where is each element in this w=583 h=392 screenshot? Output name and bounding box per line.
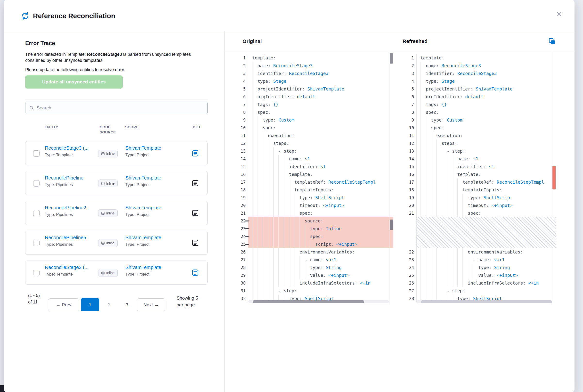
line-number: 19: [403, 194, 417, 202]
column-header-scope: SCOPE: [125, 124, 138, 130]
row-checkbox[interactable]: [33, 150, 39, 157]
code-line: 4type: Stage: [403, 78, 556, 85]
horizontal-scrollbar-thumb[interactable]: [253, 300, 364, 303]
file-diff-icon[interactable]: [191, 179, 199, 188]
inline-source-icon: [101, 152, 105, 156]
scope-link[interactable]: ShivamTemplate: [125, 265, 161, 270]
code-line: 11execution:: [403, 132, 556, 140]
table-row: ReconcilePipelineType: PipelinesInlineSh…: [25, 171, 208, 195]
line-number: 23: [403, 256, 417, 264]
entity-rows: ReconcileStage3 (...Type: TemplateInline…: [25, 141, 208, 290]
entity-type: Type: Pipelines: [45, 242, 86, 247]
line-number: 22: [234, 217, 248, 225]
code-line: 14name: s1: [234, 155, 393, 163]
vertical-scrollbar-thumb[interactable]: [390, 53, 393, 64]
row-checkbox[interactable]: [33, 180, 39, 186]
line-number: 32: [234, 295, 248, 302]
file-diff-icon[interactable]: [191, 209, 199, 217]
line-number: 9: [403, 116, 417, 124]
code-line: 26includeInfraSelectors: <+in: [403, 279, 556, 287]
code-line: 28type: String: [234, 264, 393, 272]
prev-page-button[interactable]: ← Prev: [48, 298, 79, 311]
close-icon[interactable]: [555, 10, 563, 18]
entity-type: Type: Template: [45, 152, 88, 158]
scope-link[interactable]: ShivamTemplate: [125, 145, 161, 151]
line-number: 1: [234, 54, 248, 62]
entity-type: Type: Template: [45, 272, 88, 277]
code-line: 12steps:: [403, 140, 556, 147]
code-source-badge: Inline: [98, 209, 118, 217]
code-line: 21spec:: [403, 209, 556, 217]
line-number: 2: [234, 62, 248, 70]
copy-icon[interactable]: [548, 38, 556, 45]
code-line: 17templateRef: ReconcileStepTempl: [234, 178, 393, 186]
code-source-label: Inline: [106, 182, 115, 185]
file-diff-icon[interactable]: [191, 150, 199, 158]
line-number: 21: [234, 209, 248, 217]
line-number: 15: [403, 163, 417, 170]
code-line: 14name: s1: [403, 155, 556, 163]
line-number: 14: [403, 155, 417, 163]
code-line: 18templateInputs:: [403, 186, 556, 194]
column-header-code-source: CODE SOURCE: [100, 124, 118, 135]
modal-title: Reference Reconciliation: [33, 12, 115, 20]
update-all-button[interactable]: Update all unsynced entities: [25, 76, 123, 88]
code-line: 22source:: [234, 217, 393, 225]
line-number: 5: [234, 85, 248, 93]
code-line: 24type: String: [403, 264, 556, 272]
line-number: 22: [403, 248, 417, 256]
original-code-panel[interactable]: 1template:2name: ReconcileStage33identif…: [234, 52, 393, 304]
scope-type: Type: Project: [125, 242, 161, 247]
scope-type: Type: Project: [125, 152, 161, 158]
row-checkbox[interactable]: [33, 270, 39, 276]
entity-link[interactable]: ReconcileStage3 (...: [45, 145, 88, 151]
page-button-2[interactable]: 2: [99, 298, 118, 311]
line-number: 26: [403, 279, 417, 287]
entity-link[interactable]: ReconcilePipeline5: [45, 235, 86, 240]
horizontal-scrollbar-thumb[interactable]: [421, 300, 552, 303]
entity-type: Type: Pipelines: [45, 182, 83, 187]
scope-link[interactable]: ShivamTemplate: [125, 205, 161, 210]
code-line: 13- step:: [403, 147, 556, 155]
line-number: 3: [403, 70, 417, 78]
code-line: 23- name: var1: [403, 256, 556, 264]
next-page-button[interactable]: Next →: [137, 298, 165, 311]
code-line: 5projectIdentifier: ShivamTemplate: [403, 85, 556, 93]
search-icon: [29, 105, 34, 110]
column-header-diff: DIFF: [193, 124, 201, 130]
row-checkbox[interactable]: [33, 240, 39, 246]
code-line: 9type: Custom: [403, 116, 556, 124]
code-line: 27- step:: [403, 287, 556, 295]
code-line: 10spec:: [403, 124, 556, 132]
line-number: 11: [234, 132, 248, 140]
line-number: 14: [234, 155, 248, 163]
diff-header: Original Refreshed: [225, 31, 575, 52]
entity-link[interactable]: ReconcilePipeline: [45, 175, 83, 181]
error-instruction: Please update the following entities to …: [25, 67, 195, 73]
page-button-1[interactable]: 1: [81, 298, 99, 311]
line-number: 1: [403, 54, 417, 62]
file-diff-icon[interactable]: [191, 269, 199, 277]
entity-link[interactable]: ReconcileStage3 (...: [45, 265, 88, 270]
code-line: 29value: <+input>: [234, 272, 393, 279]
row-checkbox[interactable]: [33, 210, 39, 216]
vertical-divider: [224, 31, 225, 392]
scope-type: Type: Project: [125, 182, 161, 187]
line-number: 6: [234, 93, 248, 101]
code-source-badge: Inline: [98, 150, 118, 158]
code-line: 24spec:: [234, 233, 393, 240]
inline-source-icon: [101, 241, 105, 245]
vertical-scrollbar-track[interactable]: [389, 52, 393, 304]
refreshed-code-panel[interactable]: 1template:2name: ReconcileStage33identif…: [403, 52, 556, 304]
inline-source-icon: [101, 271, 105, 275]
entity-link[interactable]: ReconcilePipeline2: [45, 205, 86, 210]
search-input[interactable]: [37, 105, 204, 110]
scope-link[interactable]: ShivamTemplate: [125, 235, 161, 240]
page-button-3[interactable]: 3: [118, 298, 136, 311]
file-diff-icon[interactable]: [191, 239, 199, 247]
code-line: 7tags: {}: [234, 101, 393, 108]
line-number: 2: [403, 62, 417, 70]
code-line: 20timeout: <+input>: [403, 202, 556, 209]
search-box[interactable]: [25, 102, 208, 114]
scope-link[interactable]: ShivamTemplate: [125, 175, 161, 181]
